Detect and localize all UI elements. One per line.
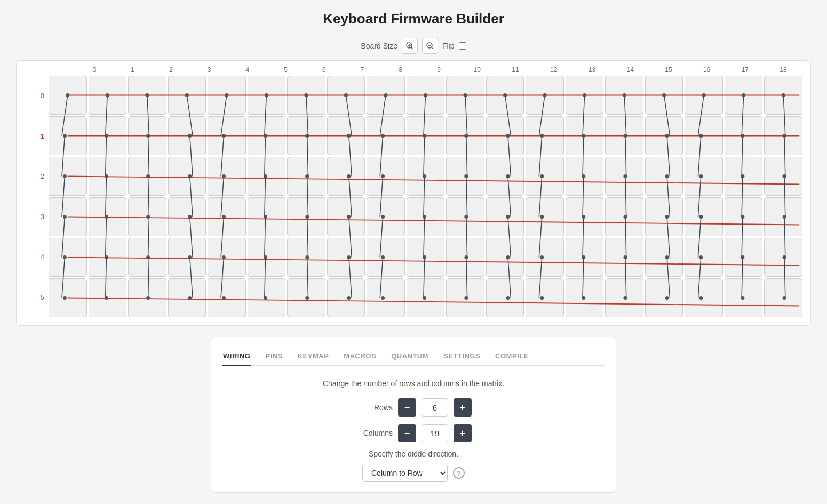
key-cell-r4-c16[interactable] <box>685 238 723 277</box>
key-cell-r4-c18[interactable] <box>764 238 802 277</box>
key-cell-r4-c11[interactable] <box>486 238 524 277</box>
key-cell-r3-c15[interactable] <box>645 197 683 236</box>
key-cell-r5-c15[interactable] <box>645 278 683 317</box>
key-cell-r0-c15[interactable] <box>645 76 683 115</box>
key-cell-r2-c14[interactable] <box>605 157 643 196</box>
key-cell-r5-c16[interactable] <box>685 278 723 317</box>
key-cell-r5-c6[interactable] <box>287 278 325 317</box>
key-cell-r4-c13[interactable] <box>566 238 604 277</box>
key-cell-r5-c10[interactable] <box>446 278 484 317</box>
key-cell-r4-c7[interactable] <box>327 238 365 277</box>
key-cell-r0-c14[interactable] <box>605 76 643 115</box>
key-cell-r2-c12[interactable] <box>526 157 564 196</box>
key-cell-r2-c2[interactable] <box>128 157 166 196</box>
key-cell-r4-c4[interactable] <box>208 238 246 277</box>
key-cell-r1-c2[interactable] <box>128 116 166 155</box>
key-cell-r0-c10[interactable] <box>446 76 484 115</box>
key-cell-r5-c9[interactable] <box>407 278 445 317</box>
key-cell-r0-c8[interactable] <box>367 76 405 115</box>
key-cell-r2-c6[interactable] <box>287 157 325 196</box>
key-cell-r3-c6[interactable] <box>287 197 325 236</box>
key-cell-r1-c6[interactable] <box>287 116 325 155</box>
key-cell-r4-c17[interactable] <box>725 238 763 277</box>
rows-increment-button[interactable]: + <box>454 398 472 417</box>
key-cell-r5-c17[interactable] <box>725 278 763 317</box>
key-cell-r1-c9[interactable] <box>407 116 445 155</box>
key-cell-r1-c7[interactable] <box>327 116 365 155</box>
key-cell-r3-c7[interactable] <box>327 197 365 236</box>
key-cell-r1-c0[interactable] <box>49 116 87 155</box>
columns-decrement-button[interactable]: − <box>398 424 416 442</box>
key-cell-r3-c3[interactable] <box>168 197 206 236</box>
key-cell-r1-c12[interactable] <box>526 116 564 155</box>
key-cell-r5-c2[interactable] <box>128 278 166 317</box>
key-cell-r3-c14[interactable] <box>605 197 643 236</box>
key-cell-r2-c13[interactable] <box>566 157 604 196</box>
key-cell-r1-c3[interactable] <box>168 116 206 155</box>
key-cell-r1-c18[interactable] <box>764 116 802 155</box>
key-cell-r0-c5[interactable] <box>248 76 286 115</box>
key-cell-r2-c3[interactable] <box>168 157 206 196</box>
diode-select[interactable]: Column to Row Row to Column <box>362 465 448 482</box>
key-cell-r1-c11[interactable] <box>486 116 524 155</box>
key-cell-r4-c12[interactable] <box>526 238 564 277</box>
key-cell-r3-c8[interactable] <box>367 197 405 236</box>
key-cell-r0-c4[interactable] <box>208 76 246 115</box>
key-cell-r4-c8[interactable] <box>367 238 405 277</box>
key-cell-r0-c9[interactable] <box>407 76 445 115</box>
key-cell-r2-c18[interactable] <box>764 157 802 196</box>
key-cell-r0-c13[interactable] <box>566 76 604 115</box>
key-cell-r3-c16[interactable] <box>685 197 723 236</box>
key-cell-r3-c12[interactable] <box>526 197 564 236</box>
key-cell-r4-c0[interactable] <box>49 238 87 277</box>
columns-increment-button[interactable]: + <box>454 424 472 442</box>
key-cell-r5-c8[interactable] <box>367 278 405 317</box>
key-cell-r1-c8[interactable] <box>367 116 405 155</box>
key-cell-r1-c14[interactable] <box>605 116 643 155</box>
key-cell-r5-c4[interactable] <box>208 278 246 317</box>
key-cell-r1-c13[interactable] <box>566 116 604 155</box>
key-cell-r0-c3[interactable] <box>168 76 206 115</box>
key-cell-r0-c17[interactable] <box>725 76 763 115</box>
key-cell-r2-c8[interactable] <box>367 157 405 196</box>
key-cell-r0-c2[interactable] <box>128 76 166 115</box>
flip-checkbox[interactable] <box>459 42 466 50</box>
key-cell-r3-c10[interactable] <box>446 197 484 236</box>
key-cell-r5-c12[interactable] <box>526 278 564 317</box>
tab-macros[interactable]: MACROS <box>343 348 377 366</box>
key-cell-r5-c3[interactable] <box>168 278 206 317</box>
key-cell-r5-c5[interactable] <box>248 278 286 317</box>
tab-pins[interactable]: PINS <box>264 348 283 366</box>
key-cell-r0-c7[interactable] <box>327 76 365 115</box>
key-cell-r4-c2[interactable] <box>128 238 166 277</box>
tab-quantum[interactable]: QUANTUM <box>390 348 430 366</box>
key-cell-r4-c15[interactable] <box>645 238 683 277</box>
key-cell-r0-c1[interactable] <box>89 76 127 115</box>
key-cell-r2-c15[interactable] <box>645 157 683 196</box>
key-cell-r1-c16[interactable] <box>685 116 723 155</box>
key-cell-r3-c4[interactable] <box>208 197 246 236</box>
key-cell-r3-c0[interactable] <box>49 197 87 236</box>
zoom-out-button[interactable] <box>422 38 438 54</box>
key-cell-r3-c11[interactable] <box>486 197 524 236</box>
columns-value[interactable] <box>422 424 448 442</box>
rows-value[interactable] <box>422 398 448 417</box>
key-cell-r4-c6[interactable] <box>287 238 325 277</box>
key-cell-r4-c1[interactable] <box>89 238 127 277</box>
key-cell-r0-c16[interactable] <box>685 76 723 115</box>
key-cell-r2-c17[interactable] <box>725 157 763 196</box>
key-cell-r4-c9[interactable] <box>407 238 445 277</box>
key-cell-r3-c1[interactable] <box>89 197 127 236</box>
key-cell-r2-c11[interactable] <box>486 157 524 196</box>
key-cell-r4-c14[interactable] <box>605 238 643 277</box>
tab-compile[interactable]: COMPILE <box>494 348 530 366</box>
key-cell-r2-c9[interactable] <box>407 157 445 196</box>
key-cell-r2-c1[interactable] <box>89 157 127 196</box>
key-cell-r5-c7[interactable] <box>327 278 365 317</box>
key-cell-r4-c10[interactable] <box>446 238 484 277</box>
key-cell-r2-c7[interactable] <box>327 157 365 196</box>
key-cell-r2-c5[interactable] <box>248 157 286 196</box>
key-cell-r0-c6[interactable] <box>287 76 325 115</box>
key-cell-r5-c11[interactable] <box>486 278 524 317</box>
key-cell-r4-c5[interactable] <box>248 238 286 277</box>
